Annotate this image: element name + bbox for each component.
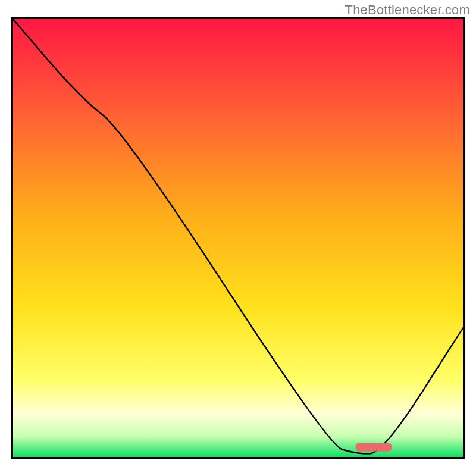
chart-svg: [0, 0, 476, 476]
attribution-text: TheBottlenecker.com: [345, 2, 470, 18]
min-marker: [356, 443, 392, 452]
plot-background: [12, 18, 464, 458]
